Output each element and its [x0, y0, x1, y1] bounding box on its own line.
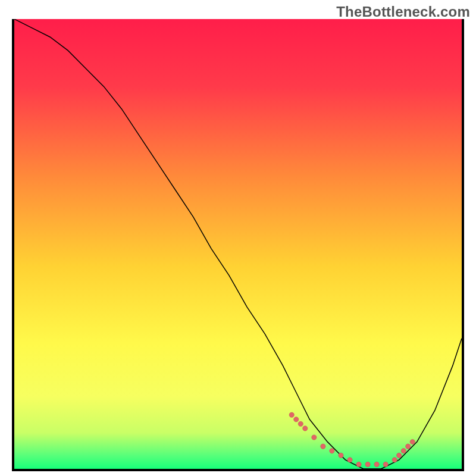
- marker-dot: [289, 412, 294, 417]
- watermark-text: TheBottleneck.com: [336, 4, 470, 20]
- marker-dot: [401, 449, 406, 453]
- marker-dot: [392, 458, 397, 462]
- marker-dot: [397, 453, 402, 458]
- marker-dot: [383, 462, 388, 466]
- chart-container: TheBottleneck.com: [0, 0, 476, 476]
- marker-dot: [347, 458, 352, 462]
- marker-dot: [312, 435, 317, 440]
- marker-dot: [339, 453, 343, 458]
- marker-dot: [410, 439, 415, 444]
- marker-dot: [294, 417, 299, 422]
- marker-dot: [365, 462, 370, 466]
- marker-dot: [330, 449, 334, 453]
- marker-dot: [298, 421, 303, 426]
- chart-background: [14, 19, 462, 469]
- chart-svg: [14, 19, 462, 469]
- plot-area: [12, 19, 464, 471]
- marker-dot: [406, 444, 411, 449]
- marker-dot: [303, 426, 308, 431]
- marker-dot: [321, 444, 325, 449]
- marker-dot: [374, 462, 379, 466]
- marker-dot: [356, 462, 361, 466]
